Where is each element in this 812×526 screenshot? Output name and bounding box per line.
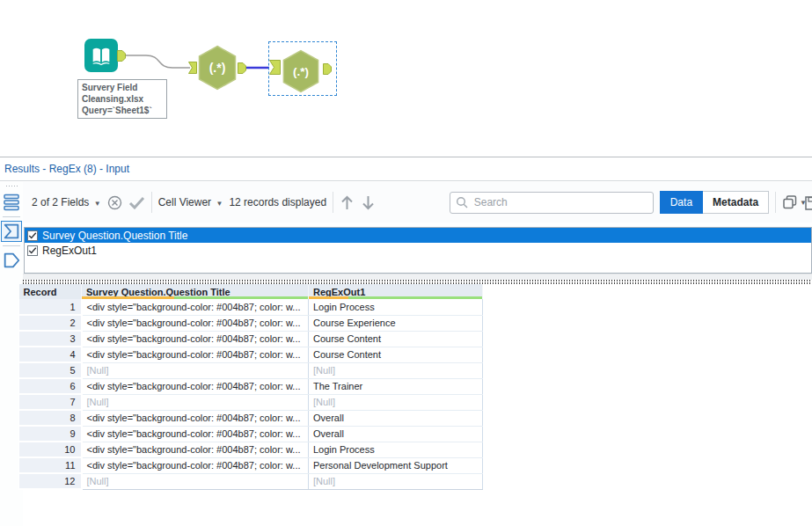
record-number-cell[interactable]: 2 — [19, 315, 82, 331]
record-number-cell[interactable]: 5 — [19, 362, 82, 378]
arrow-down-icon[interactable] — [361, 194, 376, 211]
field-list: Survey Question.Question TitleRegExOut1 — [24, 227, 812, 274]
search-icon — [456, 196, 468, 208]
regex2-output-anchor[interactable] — [323, 63, 332, 75]
apply-check-icon[interactable] — [128, 196, 145, 209]
regexout1-cell[interactable]: The Trainer — [309, 378, 483, 394]
question-title-cell[interactable]: <div style="background-color: #004b87; c… — [82, 315, 309, 331]
regexout1-cell[interactable]: Overall — [309, 426, 483, 442]
regex2-input-anchor[interactable] — [269, 60, 281, 75]
record-number-cell[interactable]: 6 — [19, 378, 82, 394]
input-anchor-icon — [2, 222, 21, 241]
toolbar-separator — [333, 192, 333, 213]
cell-viewer-label: Cell Viewer — [158, 196, 211, 208]
panel-grip-handle[interactable] — [5, 185, 18, 187]
table-view-button[interactable] — [1, 192, 22, 213]
tab-metadata[interactable]: Metadata — [703, 191, 769, 214]
table-row: 1<div style="background-color: #004b87; … — [19, 299, 483, 315]
results-title-text: Results - RegEx (8) - Input — [4, 163, 129, 175]
tool-annotation[interactable]: Survery Field Cleansing.xlsx Query=`Shee… — [77, 79, 167, 119]
question-title-cell[interactable]: [Null] — [82, 394, 309, 410]
toolbar-separator — [151, 192, 152, 213]
list-footer-strip — [23, 274, 812, 280]
record-number-cell[interactable]: 7 — [19, 394, 82, 410]
copy-dropdown-button[interactable]: ▼ — [782, 194, 807, 210]
chevron-down-icon: ▼ — [216, 200, 223, 208]
regexout1-cell[interactable]: Login Process — [309, 299, 483, 315]
regexout1-cell[interactable]: [Null] — [309, 362, 483, 378]
question-title-cell[interactable]: <div style="background-color: #004b87; c… — [82, 442, 309, 457]
search-box[interactable] — [450, 192, 654, 214]
cell-viewer-dropdown[interactable]: Cell Viewer ▼ — [158, 196, 223, 208]
regex1-output-anchor[interactable] — [238, 62, 246, 74]
record-number-cell[interactable]: 3 — [19, 331, 82, 347]
tab-metadata-label: Metadata — [713, 196, 758, 208]
column-header-regexout1[interactable]: RegExOut1 — [309, 284, 483, 299]
table-row: 10<div style="background-color: #004b87;… — [19, 442, 483, 457]
output-anchor-view-button[interactable] — [1, 250, 22, 271]
table-row: 6<div style="background-color: #004b87; … — [19, 378, 483, 394]
question-title-cell[interactable]: <div style="background-color: #004b87; c… — [82, 299, 309, 315]
question-title-cell[interactable]: <div style="background-color: #004b87; c… — [82, 426, 309, 442]
regex-tool-1[interactable]: (.*) — [196, 45, 238, 91]
regexout1-cell[interactable]: Personal Development Support — [309, 457, 483, 473]
table-row: 4<div style="background-color: #004b87; … — [19, 347, 483, 362]
question-title-cell[interactable]: <div style="background-color: #004b87; c… — [82, 410, 309, 426]
tab-data-label: Data — [670, 196, 692, 208]
table-row: 3<div style="background-color: #004b87; … — [19, 331, 483, 347]
input-tool-output-anchor[interactable] — [117, 50, 126, 62]
workflow-canvas[interactable]: (.*) (.*) Survery Field Cleansing.xlsx Q… — [0, 0, 812, 157]
rows-icon — [2, 193, 21, 212]
field-checkbox[interactable] — [27, 245, 38, 256]
results-table-body: 1<div style="background-color: #004b87; … — [19, 299, 483, 489]
record-number-cell[interactable]: 12 — [19, 473, 82, 489]
regexout1-cell[interactable]: Course Experience — [309, 315, 483, 331]
regexout1-cell[interactable]: Course Content — [309, 331, 483, 347]
tab-data[interactable]: Data — [660, 191, 703, 214]
fields-dropdown-label: 2 of 2 Fields — [32, 196, 89, 208]
regex-tool-2-label: (.*) — [293, 65, 309, 78]
save-icon[interactable] — [804, 195, 812, 211]
deselect-fields-icon[interactable] — [107, 195, 122, 210]
record-number-cell[interactable]: 8 — [19, 410, 82, 426]
open-book-icon — [89, 43, 113, 68]
connection-input-to-regex1[interactable] — [126, 55, 190, 68]
regexout1-cell[interactable]: [Null] — [309, 394, 483, 410]
question-title-cell[interactable]: <div style="background-color: #004b87; c… — [82, 378, 309, 394]
record-number-cell[interactable]: 10 — [19, 442, 82, 457]
column-header-question-title[interactable]: Survey Question.Question Title — [82, 284, 309, 299]
search-input[interactable] — [472, 195, 647, 209]
table-row: 12[Null][Null] — [19, 473, 483, 489]
question-title-cell[interactable]: <div style="background-color: #004b87; c… — [82, 347, 309, 362]
table-row: 9<div style="background-color: #004b87; … — [19, 426, 483, 442]
field-checkbox[interactable] — [27, 230, 38, 241]
output-anchor-icon — [2, 251, 21, 270]
input-anchor-view-button[interactable] — [1, 221, 22, 242]
column-header-record[interactable]: Record — [19, 284, 82, 299]
table-header-row: Record Survey Question.Question Title Re… — [19, 284, 483, 299]
table-row: 8<div style="background-color: #004b87; … — [19, 410, 483, 426]
record-number-cell[interactable]: 9 — [19, 426, 82, 442]
annotation-line: Survery Field — [82, 82, 163, 93]
regexout1-cell[interactable]: Overall — [309, 410, 483, 426]
question-title-cell[interactable]: [Null] — [82, 473, 309, 489]
regexout1-cell[interactable]: [Null] — [309, 473, 483, 489]
regexout1-cell[interactable]: Course Content — [309, 347, 483, 362]
copy-icon — [782, 194, 798, 210]
question-title-cell[interactable]: <div style="background-color: #004b87; c… — [82, 457, 309, 473]
table-row: 2<div style="background-color: #004b87; … — [19, 315, 483, 331]
arrow-up-icon[interactable] — [340, 194, 355, 211]
record-number-cell[interactable]: 1 — [19, 299, 82, 315]
input-data-tool[interactable] — [84, 39, 118, 72]
fields-dropdown[interactable]: 2 of 2 Fields ▼ — [32, 196, 101, 208]
regex-tool-2-selected[interactable]: (.*) — [281, 49, 321, 93]
question-title-cell[interactable]: <div style="background-color: #004b87; c… — [82, 331, 309, 347]
field-list-item[interactable]: Survey Question.Question Title — [25, 228, 811, 243]
record-number-cell[interactable]: 4 — [19, 347, 82, 362]
field-list-item[interactable]: RegExOut1 — [25, 243, 811, 258]
record-number-cell[interactable]: 11 — [19, 457, 82, 473]
regex1-input-anchor[interactable] — [188, 62, 197, 74]
question-title-cell[interactable]: [Null] — [82, 362, 309, 378]
table-row: 11<div style="background-color: #004b87;… — [19, 457, 483, 473]
regexout1-cell[interactable]: Login Process — [309, 442, 483, 457]
